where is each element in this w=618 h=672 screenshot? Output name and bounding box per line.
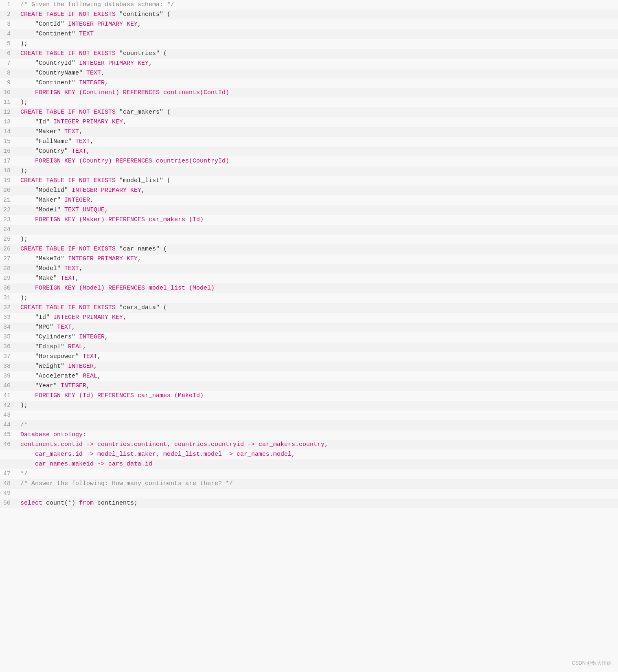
- line-content: );: [17, 166, 618, 176]
- line-number: 40: [0, 381, 17, 391]
- line-content: FOREIGN KEY (Maker) REFERENCES car_maker…: [17, 215, 618, 225]
- code-line: 43: [0, 411, 618, 420]
- line-number: 30: [0, 283, 17, 293]
- line-content: FOREIGN KEY (Country) REFERENCES countri…: [17, 156, 618, 166]
- code-line: 14 "Maker" TEXT,: [0, 127, 618, 137]
- code-line: 8 "CountryName" TEXT,: [0, 68, 618, 78]
- line-number: 38: [0, 362, 17, 371]
- line-content: CREATE TABLE IF NOT EXISTS "countries" (: [17, 49, 618, 59]
- code-line: 5);: [0, 39, 618, 49]
- code-line: 24: [0, 225, 618, 235]
- line-number: 3: [0, 20, 17, 29]
- line-content: "Continent" INTEGER,: [17, 78, 618, 88]
- code-line: 48/* Answer the following: How many cont…: [0, 479, 618, 489]
- code-line: 26CREATE TABLE IF NOT EXISTS "car_names"…: [0, 244, 618, 254]
- code-line: 35 "Cylinders" INTEGER,: [0, 332, 618, 342]
- line-number: 31: [0, 293, 17, 303]
- code-line: 23 FOREIGN KEY (Maker) REFERENCES car_ma…: [0, 215, 618, 225]
- line-number: 25: [0, 235, 17, 244]
- line-content: "CountryId" INTEGER PRIMARY KEY,: [17, 59, 618, 68]
- line-number: 6: [0, 49, 17, 59]
- line-content: "MPG" TEXT,: [17, 323, 618, 332]
- line-content: CREATE TABLE IF NOT EXISTS "car_names" (: [17, 244, 618, 254]
- code-line: 29 "Make" TEXT,: [0, 274, 618, 283]
- line-number: 47: [0, 469, 17, 479]
- code-line: 40 "Year" INTEGER,: [0, 381, 618, 391]
- code-line: 38 "Weight" INTEGER,: [0, 362, 618, 371]
- line-number: 27: [0, 254, 17, 264]
- line-number: 46: [0, 440, 17, 450]
- code-line: 36 "Edispl" REAL,: [0, 342, 618, 352]
- code-line: 1/* Given the following database schema:…: [0, 0, 618, 10]
- code-line: 15 "FullName" TEXT,: [0, 137, 618, 147]
- code-line: 25);: [0, 235, 618, 244]
- code-line: 21 "Maker" INTEGER,: [0, 195, 618, 205]
- code-line: 2CREATE TABLE IF NOT EXISTS "continents"…: [0, 10, 618, 20]
- line-number: 2: [0, 10, 17, 20]
- line-number: 39: [0, 371, 17, 381]
- line-content: "Make" TEXT,: [17, 274, 618, 283]
- line-number: 45: [0, 430, 17, 440]
- line-number: 16: [0, 147, 17, 156]
- line-number: 41: [0, 391, 17, 401]
- line-number: 37: [0, 352, 17, 362]
- line-number: 26: [0, 244, 17, 254]
- code-line: 16 "Country" TEXT,: [0, 147, 618, 156]
- code-line: 50select count(*) from continents;: [0, 499, 618, 508]
- line-content: CREATE TABLE IF NOT EXISTS "car_makers" …: [17, 108, 618, 117]
- code-line: 28 "Model" TEXT,: [0, 264, 618, 274]
- line-content: [17, 489, 618, 499]
- line-content: "FullName" TEXT,: [17, 137, 618, 147]
- line-content: "Accelerate" REAL,: [17, 371, 618, 381]
- line-number: 21: [0, 195, 17, 205]
- code-line: 22 "Model" TEXT UNIQUE,: [0, 205, 618, 215]
- line-content: car_makers.id -> model_list.maker, model…: [17, 450, 618, 459]
- line-content: );: [17, 39, 618, 49]
- line-content: "Country" TEXT,: [17, 147, 618, 156]
- line-content: "Horsepower" TEXT,: [17, 352, 618, 362]
- line-number: 9: [0, 78, 17, 88]
- code-container: 1/* Given the following database schema:…: [0, 0, 618, 672]
- line-number: 11: [0, 98, 17, 108]
- line-number: 34: [0, 323, 17, 332]
- line-content: );: [17, 401, 618, 411]
- line-content: /*: [17, 420, 618, 430]
- line-content: "Model" TEXT UNIQUE,: [17, 205, 618, 215]
- code-line: 11);: [0, 98, 618, 108]
- code-line: 3 "ContId" INTEGER PRIMARY KEY,: [0, 20, 618, 29]
- line-content: "Id" INTEGER PRIMARY KEY,: [17, 313, 618, 323]
- code-line: 18);: [0, 166, 618, 176]
- line-content: continents.contid -> countries.continent…: [17, 440, 618, 450]
- line-number: 43: [0, 411, 17, 420]
- line-number: 32: [0, 303, 17, 313]
- line-content: "Edispl" REAL,: [17, 342, 618, 352]
- line-number: 20: [0, 186, 17, 195]
- line-content: "Weight" INTEGER,: [17, 362, 618, 371]
- line-number: 44: [0, 420, 17, 430]
- code-line: 33 "Id" INTEGER PRIMARY KEY,: [0, 313, 618, 323]
- code-line: 4 "Continent" TEXT: [0, 29, 618, 39]
- line-content: "ContId" INTEGER PRIMARY KEY,: [17, 20, 618, 29]
- line-content: );: [17, 235, 618, 244]
- line-number: 49: [0, 489, 17, 499]
- code-line: 12CREATE TABLE IF NOT EXISTS "car_makers…: [0, 108, 618, 117]
- line-number: 42: [0, 401, 17, 411]
- code-line: 6CREATE TABLE IF NOT EXISTS "countries" …: [0, 49, 618, 59]
- code-line: 44/*: [0, 420, 618, 430]
- line-content: );: [17, 293, 618, 303]
- line-number: 15: [0, 137, 17, 147]
- line-content: "Maker" TEXT,: [17, 127, 618, 137]
- code-line: 32CREATE TABLE IF NOT EXISTS "cars_data"…: [0, 303, 618, 313]
- code-table: 1/* Given the following database schema:…: [0, 0, 618, 508]
- line-number: 36: [0, 342, 17, 352]
- line-content: Database ontology:: [17, 430, 618, 440]
- line-number: 4: [0, 29, 17, 39]
- line-number: 50: [0, 499, 17, 508]
- line-number: 8: [0, 68, 17, 78]
- line-content: "Continent" TEXT: [17, 29, 618, 39]
- line-content: [17, 411, 618, 420]
- line-number: 5: [0, 39, 17, 49]
- line-content: FOREIGN KEY (Model) REFERENCES model_lis…: [17, 283, 618, 293]
- code-line: 20 "ModelId" INTEGER PRIMARY KEY,: [0, 186, 618, 195]
- code-line: 49: [0, 489, 618, 499]
